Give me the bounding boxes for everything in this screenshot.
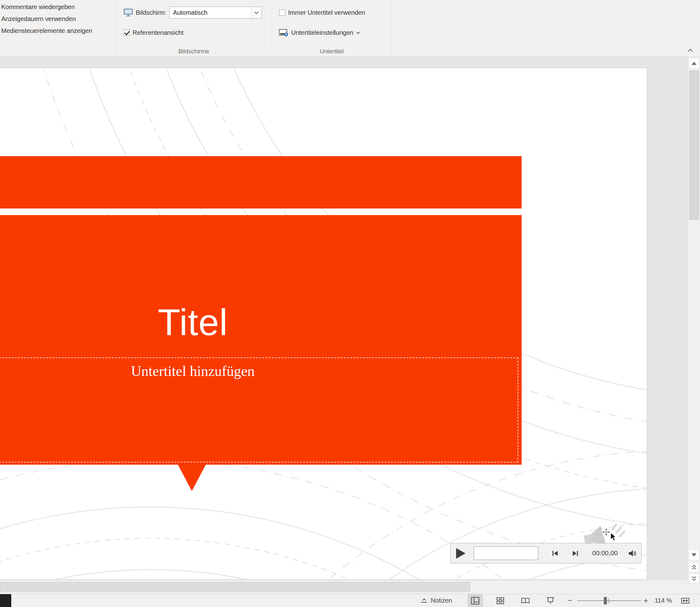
screen-dropdown-button[interactable] xyxy=(251,7,262,18)
double-chevron-down-icon xyxy=(691,575,697,581)
caption-settings-label: Untertiteleinstellungen xyxy=(291,29,353,36)
scroll-up-button[interactable] xyxy=(689,58,699,69)
media-seek-bar[interactable] xyxy=(474,546,538,560)
caption-settings-button[interactable]: Untertiteleinstellungen xyxy=(279,26,359,39)
notes-icon xyxy=(420,598,428,604)
zoom-slider-track[interactable] xyxy=(577,601,641,601)
plus-icon: + xyxy=(643,596,648,605)
move-cursor-icon xyxy=(602,528,620,545)
editing-canvas: Titel Untertitel hinzufügen xyxy=(0,57,687,580)
presenter-view-checkbox[interactable] xyxy=(124,29,130,36)
previous-slide-button[interactable] xyxy=(689,562,699,572)
monitors-group-label: Bildschirme xyxy=(116,48,272,55)
chevron-up-icon xyxy=(688,49,693,54)
fit-to-window-button[interactable] xyxy=(678,594,692,607)
screen-label: Bildschirm: xyxy=(136,9,167,16)
use-timings-label[interactable]: Anzeigedauern verwenden xyxy=(1,15,92,23)
presenter-view-label[interactable]: Referentenansicht xyxy=(133,29,184,36)
zoom-out-button[interactable]: − xyxy=(564,594,576,607)
notes-label: Notizen xyxy=(431,597,452,604)
subtitle-placeholder-text[interactable]: Untertitel hinzufügen xyxy=(0,362,386,381)
horizontal-scrollbar-thumb[interactable] xyxy=(0,582,470,592)
banner-pointer-triangle xyxy=(178,464,206,491)
scroll-down-button[interactable] xyxy=(689,550,699,560)
media-elapsed-time: 00:00,00 xyxy=(592,549,627,557)
minus-icon: − xyxy=(567,596,572,605)
zoom-slider-thumb[interactable] xyxy=(604,597,607,605)
double-chevron-up-icon xyxy=(691,564,697,570)
reading-view-button[interactable] xyxy=(518,594,533,607)
arrow-up-icon xyxy=(692,62,697,65)
normal-view-icon xyxy=(471,597,479,605)
status-bar-corner xyxy=(0,594,11,607)
setup-group: Kommentare wiedergeben Anzeigedauern ver… xyxy=(1,3,92,35)
vertical-scrollbar[interactable] xyxy=(687,57,700,594)
step-forward-icon[interactable] xyxy=(571,549,580,558)
screen-dropdown[interactable]: Automatisch xyxy=(169,6,262,19)
chevron-down-icon xyxy=(254,10,259,14)
zoom-level-text: 114 % xyxy=(655,597,672,604)
speaker-icon[interactable] xyxy=(628,549,637,558)
group-separator xyxy=(391,2,392,55)
slide[interactable]: Titel Untertitel hinzufügen xyxy=(0,68,647,580)
slide-sorter-button[interactable] xyxy=(493,594,508,607)
step-backward-icon[interactable] xyxy=(551,549,559,558)
screen-dropdown-value: Automatisch xyxy=(170,9,251,16)
show-media-controls-label[interactable]: Mediensteuerelemente anzeigen xyxy=(1,27,92,35)
play-narrations-label[interactable]: Kommentare wiedergeben xyxy=(1,3,92,11)
always-captions-label[interactable]: Immer Untertitel verwenden xyxy=(288,9,365,16)
subtitle-placeholder[interactable]: Untertitel hinzufügen xyxy=(0,357,518,462)
always-captions-option[interactable]: Immer Untertitel verwenden xyxy=(279,6,365,19)
fit-to-window-icon xyxy=(681,597,690,604)
collapse-ribbon-button[interactable] xyxy=(685,46,695,55)
notes-button[interactable]: Notizen xyxy=(412,594,460,607)
always-captions-checkbox[interactable] xyxy=(279,9,285,16)
next-slide-button[interactable] xyxy=(689,573,699,584)
presenter-view-option[interactable]: Referentenansicht xyxy=(124,26,184,39)
status-bar: Notizen − + 114 % xyxy=(0,594,700,607)
slide-title-placeholder[interactable]: Titel xyxy=(0,301,386,343)
ribbon: Kommentare wiedergeben Anzeigedauern ver… xyxy=(0,0,700,57)
title-banner-top-bar xyxy=(0,156,522,209)
book-icon xyxy=(521,597,530,604)
captions-settings-icon xyxy=(279,28,289,37)
media-controls-bar: 00:00,00 xyxy=(450,543,642,563)
screen-selector-row: Bildschirm: Automatisch xyxy=(124,6,262,19)
horizontal-scrollbar[interactable] xyxy=(0,580,687,594)
zoom-in-button[interactable]: + xyxy=(640,594,652,607)
zoom-slider-center-tick xyxy=(609,599,609,603)
arrow-down-icon xyxy=(692,553,697,557)
vertical-scrollbar-thumb[interactable] xyxy=(689,70,699,220)
screen-icon xyxy=(546,597,554,605)
play-icon[interactable] xyxy=(456,548,466,559)
captions-group-label: Untertitel xyxy=(272,48,391,55)
monitor-icon xyxy=(124,8,133,17)
zoom-level[interactable]: 114 % xyxy=(652,594,675,607)
grid-icon xyxy=(496,597,504,605)
normal-view-button[interactable] xyxy=(468,594,483,607)
slide-show-button[interactable] xyxy=(543,594,558,607)
chevron-down-icon xyxy=(356,30,360,34)
